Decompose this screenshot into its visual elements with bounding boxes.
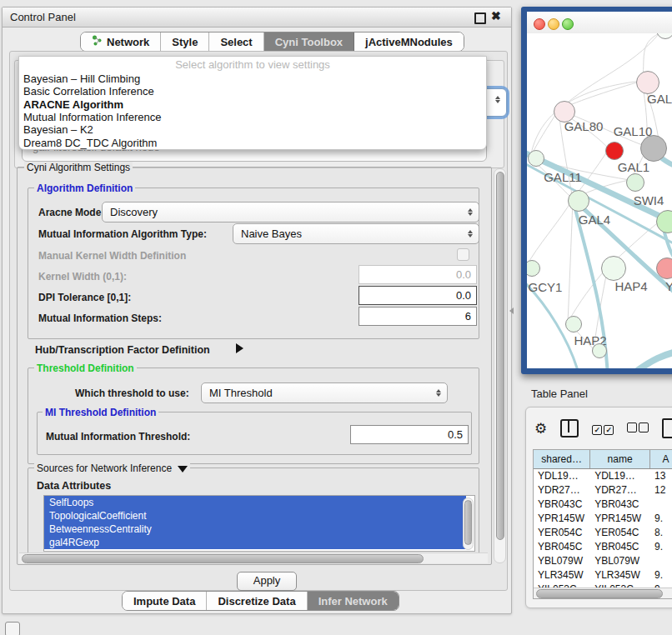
dropdown-item[interactable]: ARACNE Algorithm [23,98,123,112]
table-row[interactable]: YPR145WYPR145W9. [534,512,672,526]
dropdown-item[interactable]: Bayesian – K2 [23,123,93,137]
mi-threshold-group-title: MI Threshold Definition [43,407,158,418]
combo-spinner-icon [468,208,473,216]
data-attributes-list[interactable]: SelfLoopsTopologicalCoefficientBetweenne… [43,495,475,552]
close-icon[interactable]: ✖ [491,9,501,22]
tab-style[interactable]: Style [161,32,209,51]
control-panel-titlebar[interactable]: Control Panel ✖ [3,8,511,28]
table-row[interactable]: YBR043CYBR043C [534,498,672,512]
table-row[interactable]: YDR27…YDR27…12 [534,483,672,498]
table-cell: 9. [650,568,672,582]
panel-collapse-handle[interactable] [509,308,514,314]
table-cell: YBL079W [534,554,590,568]
tab-jactivemnodules[interactable]: jActiveMNodules [354,32,464,51]
table-cell: 12 [650,483,672,498]
apply-button[interactable]: Apply [237,572,297,591]
network-window-titlebar[interactable] [527,12,672,33]
collapse-down-icon[interactable] [178,466,188,472]
mi-steps-value: 6 [465,310,471,322]
aracne-mode-combobox[interactable]: Discovery [102,202,479,222]
node-label: GAL10 [614,124,653,138]
node-label: SWI4 [634,193,664,208]
mi-type-combobox[interactable]: Naive Bayes [233,223,479,244]
table-cell: YLR345W [590,568,650,582]
settings-vscrollbar[interactable] [494,168,506,563]
network-node-gal1[interactable] [626,173,644,192]
network-node-hap2[interactable] [565,316,582,332]
mi-threshold-field[interactable]: 0.5 [350,425,469,444]
node-label: HAP4 [614,279,647,293]
tab-label: Infer Network [318,595,388,608]
minimize-traffic-light-icon[interactable] [548,18,559,30]
control-panel-window: Control Panel ✖ NetworkStyleSelectCyni T… [2,7,512,614]
float-window-icon[interactable] [474,12,486,24]
network-node[interactable] [592,343,607,358]
network-node-gal4[interactable] [568,190,589,212]
table-row[interactable]: YBL079WYBL079W [534,554,672,568]
attribute-list-item[interactable]: SelfLoops [44,496,466,509]
apply-button-label: Apply [253,574,281,587]
tab-impute-data[interactable]: Impute Data [123,592,207,610]
table-row[interactable]: YDL19…YDL19…13 [534,469,672,483]
list-scrollbar[interactable] [463,498,474,550]
table-cell: YBR045C [534,540,590,554]
table-cell: YBL079W [590,554,650,568]
which-threshold-combobox[interactable]: MI Threshold [201,382,448,403]
tab-discretize-data[interactable]: Discretize Data [207,592,307,610]
settings-group-title: Cyni Algorithm Settings [24,162,133,173]
attribute-list-item[interactable]: gal4RGexp [44,536,466,549]
split-columns-icon[interactable] [560,419,579,438]
manual-kernel-checkbox[interactable] [457,248,469,261]
gear-icon[interactable]: ⚙ [534,422,547,436]
attribute-list-item[interactable]: BetweennessCentrality [44,522,466,536]
kernel-width-field[interactable]: 0.0 [359,265,477,284]
column-header[interactable]: shared… [534,450,590,468]
table-cell: 9. [650,512,672,526]
expand-right-icon[interactable] [236,343,243,353]
network-node-y[interactable] [656,258,672,279]
settings-hscrollbar[interactable] [19,552,488,563]
network-view-inner: GALGAL80GAL10GAL11GAL1SWI4GAL4GCY1HAP4YH… [527,12,672,368]
table-row[interactable]: YER054CYER054C8. [534,526,672,540]
combo-spinner-icon [468,230,473,238]
column-header[interactable]: A [650,450,672,468]
dropdown-item[interactable]: Dream8 DC_TDC Algorithm [23,137,157,150]
network-node[interactable] [605,142,624,160]
table-row[interactable]: YBR045CYBR045C9. [534,540,672,554]
cyni-algorithm-settings-group: Cyni Algorithm Settings Algorithm Defini… [17,167,492,565]
close-traffic-light-icon[interactable] [534,18,545,30]
network-view-window[interactable]: GALGAL80GAL10GAL11GAL1SWI4GAL4GCY1HAP4YH… [521,7,672,374]
table-row[interactable]: YLR345WYLR345W9. [534,568,672,582]
table-cell: 13 [650,469,672,483]
network-node-hap4[interactable] [601,256,626,281]
dropdown-item[interactable]: Bayesian – Hill Climbing [23,72,140,86]
table-hscrollbar[interactable] [534,588,672,598]
export-table-icon[interactable] [662,418,672,438]
table-panel-title: Table Panel [531,388,588,400]
dropdown-header: Select algorithm to view settings [19,58,486,71]
attribute-list-item[interactable]: TopologicalCoefficient [44,509,466,522]
mi-threshold-value: 0.5 [448,428,463,441]
tab-select[interactable]: Select [209,32,263,51]
dropdown-item[interactable]: Basic Correlation Inference [23,85,154,98]
dpi-tolerance-field[interactable]: 0.0 [359,286,477,305]
table-body: YDL19…YDL19…13YDR27…YDR27…12YBR043CYBR04… [534,469,672,588]
dropdown-item[interactable]: Mutual Information Inference [23,111,161,124]
mi-steps-field[interactable]: 6 [359,307,477,326]
mini-panel-icon[interactable] [5,622,20,635]
node-label: GAL4 [579,212,610,227]
network-node-gal11[interactable] [528,150,544,167]
aracne-mode-label: Aracne Mode: [38,207,104,218]
network-canvas[interactable]: GALGAL80GAL10GAL11GAL1SWI4GAL4GCY1HAP4YH… [527,33,672,368]
tab-cyni-toolbox[interactable]: Cyni Toolbox [264,32,354,51]
algorithm-definition-title: Algorithm Definition [34,182,135,194]
hub-definition-label: Hub/Transcription Factor Definition [35,344,210,356]
column-header[interactable]: name [590,450,650,468]
table-cell: YER054C [590,526,650,540]
tab-infer-network[interactable]: Infer Network [308,592,399,610]
network-node-gal10[interactable] [640,135,667,162]
zoom-traffic-light-icon[interactable] [562,18,574,30]
select-all-columns-icon[interactable]: ✓✓ [592,421,614,436]
deselect-all-columns-icon[interactable] [627,421,649,436]
tab-network[interactable]: Network [81,32,161,51]
